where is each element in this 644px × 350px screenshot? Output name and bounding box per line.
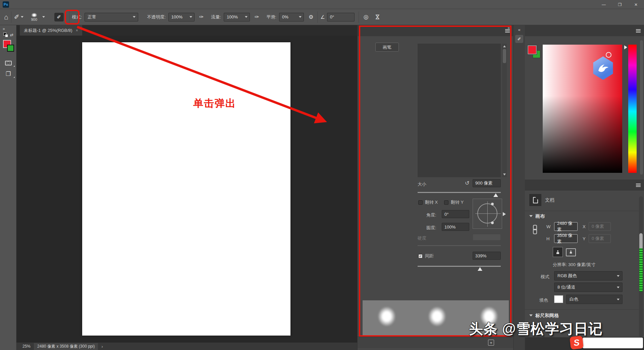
landscape-orientation-button[interactable] bbox=[566, 248, 576, 256]
canvas-section-header[interactable]: 画布 bbox=[529, 213, 545, 219]
dial-arrow-icon[interactable] bbox=[503, 212, 506, 216]
spacing-control[interactable]: 间距 bbox=[418, 253, 434, 259]
mode-label: 模式 bbox=[541, 274, 549, 280]
color-panel-scrollbar[interactable] bbox=[640, 40, 643, 174]
opacity-input[interactable]: 100% bbox=[168, 13, 195, 21]
spacing-checkbox[interactable] bbox=[418, 254, 423, 258]
brush-angle-input[interactable]: 0° bbox=[327, 13, 355, 21]
dial-handle-top[interactable] bbox=[491, 203, 494, 205]
scrollbar-thumb[interactable] bbox=[503, 49, 506, 63]
document-info: 2480 像素 x 3508 像素 (300 ppi) bbox=[34, 343, 98, 350]
photoshop-window: Ps — ❐ ✕ ⌂ ✐ 900 ✐ 模式: 正常 不透明度: bbox=[0, 0, 644, 350]
document-canvas[interactable] bbox=[82, 42, 290, 336]
angle-input[interactable]: 0° bbox=[442, 210, 469, 218]
zoom-level[interactable]: 25% bbox=[22, 344, 31, 349]
hardness-input-disabled bbox=[473, 234, 501, 241]
tool-preset-button[interactable]: ✐ bbox=[14, 14, 23, 20]
flip-x-checkbox[interactable] bbox=[418, 200, 423, 205]
maximize-button[interactable]: ❐ bbox=[612, 0, 628, 9]
airbrush-icon[interactable]: ✑ bbox=[255, 14, 259, 20]
scroll-up-icon[interactable] bbox=[503, 45, 506, 47]
watermark-badge: 头条 bbox=[469, 321, 498, 337]
color-field-marker[interactable] bbox=[606, 52, 611, 58]
link-dimensions-icon[interactable] bbox=[533, 225, 536, 234]
size-input[interactable]: 900 像素 bbox=[473, 179, 501, 187]
width-input[interactable]: 2480 像素 bbox=[554, 222, 578, 231]
fill-color-swatch[interactable] bbox=[554, 295, 563, 303]
new-brush-button[interactable]: + bbox=[488, 340, 494, 346]
quick-mask-button[interactable] bbox=[0, 57, 16, 68]
flip-y-checkbox[interactable] bbox=[444, 200, 448, 205]
size-slider[interactable] bbox=[418, 192, 501, 193]
bit-depth-value: 8 位/通道 bbox=[557, 284, 575, 290]
x-input-disabled: 0 像素 bbox=[589, 222, 611, 231]
roundness-input[interactable]: 100% bbox=[442, 223, 469, 231]
status-bar: 25% 2480 像素 x 3508 像素 (300 ppi) › bbox=[16, 342, 357, 350]
tablet-pressure-icon[interactable]: ◎ bbox=[364, 14, 369, 20]
scroll-down-icon[interactable] bbox=[503, 173, 506, 176]
panel-toggle-icon: ✐ bbox=[57, 14, 61, 20]
angle-icon: ∠ bbox=[320, 14, 325, 19]
brush-preset-picker[interactable]: 900 bbox=[27, 13, 42, 21]
tool-options-bar: ⌂ ✐ 900 ✐ 模式: 正常 不透明度: 100% ✑ 流量: 100% bbox=[0, 9, 644, 25]
gear-icon[interactable]: ⚙ bbox=[309, 14, 313, 20]
rulers-grids-section-header[interactable]: 标尺和网格 bbox=[529, 313, 559, 319]
toggle-brush-settings-panel-button[interactable]: ✐ bbox=[54, 13, 64, 21]
smoothing-input[interactable]: 0% bbox=[279, 13, 304, 21]
brush-angle-dial[interactable] bbox=[473, 199, 502, 229]
close-button[interactable]: ✕ bbox=[628, 0, 644, 9]
hue-slider-arrow-icon[interactable] bbox=[624, 45, 627, 49]
color-mode-value: RGB 颜色 bbox=[557, 273, 577, 279]
mode-label: 模式: bbox=[72, 14, 82, 20]
document-tab[interactable]: 未标题-1 @ 25%(RGB/8) × bbox=[20, 25, 82, 36]
foreground-color-swatch[interactable] bbox=[528, 45, 537, 54]
fill-label: 填色 bbox=[539, 297, 548, 303]
spacing-slider[interactable] bbox=[418, 266, 501, 267]
toolbar-expander-icon[interactable]: » bbox=[0, 25, 16, 32]
panel-menu-icon[interactable] bbox=[505, 29, 510, 33]
brush-grid-scrollbar[interactable] bbox=[502, 44, 507, 177]
default-colors-control[interactable]: ⇄ bbox=[0, 32, 16, 39]
size-label: 大小 bbox=[418, 181, 426, 187]
background-color-swatch[interactable] bbox=[7, 45, 14, 52]
spacing-value: 339% bbox=[475, 253, 486, 258]
size-reset-icon[interactable]: ↺ bbox=[465, 180, 469, 186]
height-value: 3508 像素 bbox=[557, 233, 575, 245]
canvas-section-label: 画布 bbox=[535, 213, 545, 219]
minimize-button[interactable]: — bbox=[596, 0, 612, 9]
screen-mode-button[interactable]: ❐ bbox=[0, 68, 16, 80]
size-slider-thumb[interactable] bbox=[493, 193, 498, 197]
blend-mode-select[interactable]: 正常 bbox=[85, 13, 138, 21]
properties-scrollbar-thumb[interactable] bbox=[639, 233, 643, 292]
document-close-icon[interactable]: × bbox=[76, 28, 78, 33]
flip-y-control[interactable]: 翻转 Y bbox=[444, 199, 464, 205]
brush-stamp-preview bbox=[378, 306, 396, 327]
height-input[interactable]: 3508 像素 bbox=[554, 234, 578, 243]
height-label: H bbox=[546, 236, 549, 241]
symmetry-icon[interactable]: ⋈ bbox=[375, 14, 380, 20]
bit-depth-select[interactable]: 8 位/通道 bbox=[554, 283, 623, 292]
color-panel-menu-icon[interactable] bbox=[636, 29, 641, 33]
properties-scrollbar[interactable] bbox=[639, 196, 643, 337]
sogou-ime-logo[interactable]: S bbox=[570, 336, 584, 350]
dial-handle-bottom[interactable] bbox=[491, 221, 494, 224]
dock-expand-icon[interactable]: « bbox=[514, 25, 525, 32]
opacity-pressure-icon[interactable]: ✑ bbox=[199, 14, 204, 20]
status-chevron-icon[interactable]: › bbox=[101, 344, 103, 349]
spacing-input[interactable]: 339% bbox=[473, 252, 501, 260]
brushes-button[interactable]: 画笔 bbox=[375, 43, 399, 52]
home-icon[interactable]: ⌂ bbox=[4, 13, 8, 20]
hue-strip[interactable] bbox=[628, 45, 637, 173]
color-mode-select[interactable]: RGB 颜色 bbox=[554, 271, 623, 281]
collapsed-panel-icon[interactable]: ✐ bbox=[515, 35, 523, 43]
opacity-label: 不透明度: bbox=[147, 14, 166, 20]
y-input-disabled: 0 像素 bbox=[589, 234, 611, 243]
portrait-orientation-button[interactable] bbox=[553, 247, 563, 257]
spacing-slider-thumb[interactable] bbox=[478, 267, 482, 271]
tools-panel: » ⇄ ❐ bbox=[0, 25, 16, 350]
properties-menu-icon[interactable] bbox=[636, 184, 641, 187]
flip-x-control[interactable]: 翻转 X bbox=[418, 199, 438, 205]
blend-mode-value: 正常 bbox=[88, 14, 96, 20]
fill-select[interactable]: 白色 bbox=[566, 295, 623, 304]
flow-input[interactable]: 100% bbox=[224, 13, 250, 21]
